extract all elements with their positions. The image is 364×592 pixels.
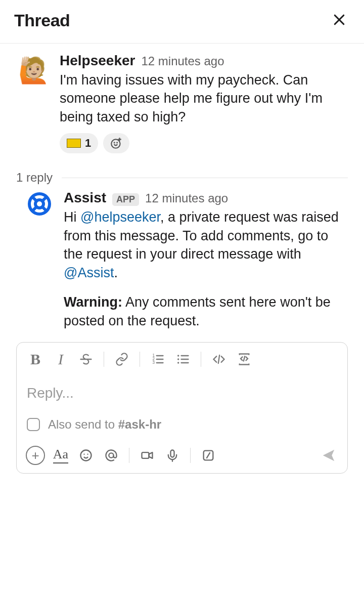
svg-line-10 [42,197,47,201]
reply-message: Assist APP 12 minutes ago Hi @helpseeker… [25,190,348,330]
svg-line-37 [207,452,210,458]
plus-icon: + [26,446,45,465]
strikethrough-icon [79,352,93,366]
also-send-row: Also send to #ask-hr [17,417,347,439]
svg-point-25 [177,362,179,364]
svg-line-12 [42,207,47,211]
audio-button[interactable] [161,444,184,467]
svg-line-11 [32,207,36,211]
reaction-pill[interactable]: 1 [60,133,98,153]
ordered-list-button[interactable]: 123 [146,348,169,371]
slash-box-icon [201,448,215,462]
codeblock-button[interactable] [233,348,256,371]
toolbar-separator [190,448,191,463]
message-text: I'm having issues with my paycheck. Can … [60,71,348,126]
code-icon [212,352,226,366]
svg-point-23 [177,355,179,357]
also-send-label: Also send to #ask-hr [48,417,161,432]
shortcuts-button[interactable] [197,444,220,467]
svg-point-30 [87,453,88,454]
send-button[interactable] [317,444,340,467]
lifering-icon [27,192,52,216]
svg-rect-34 [171,450,174,457]
emoji-icon [79,448,93,462]
ticket-emoji-icon [67,139,81,148]
svg-point-8 [35,200,43,208]
message-author[interactable]: Helpseeker [60,53,135,69]
svg-point-29 [83,453,84,454]
close-icon [332,12,347,27]
message-timestamp: 12 minutes ago [145,191,228,205]
reply-input[interactable]: Reply... [17,376,347,417]
italic-icon: I [58,351,63,368]
code-button[interactable] [207,348,231,371]
close-button[interactable] [329,9,350,32]
thread-title: Thread [14,11,70,30]
svg-point-28 [81,450,92,460]
toolbar-separator [104,352,104,367]
formatting-toggle-button[interactable]: Aa [49,444,72,467]
bold-icon: B [30,351,40,368]
mention-helpseeker[interactable]: @helpseeker [80,209,160,225]
toolbar-separator [129,448,129,463]
svg-point-3 [114,143,115,143]
bullet-list-icon [176,352,190,366]
microphone-icon [165,448,179,462]
at-icon [104,448,118,462]
composer-actions-toolbar: + Aa [17,439,347,473]
svg-point-24 [177,358,179,360]
svg-line-27 [244,356,245,361]
aa-icon: Aa [53,447,68,463]
attach-button[interactable]: + [24,444,47,467]
codeblock-icon [237,352,251,366]
helpseeker-avatar: 🙋🏼 [16,53,52,88]
svg-point-31 [109,453,113,457]
formatting-toolbar: B I 123 [17,343,347,376]
reaction-count: 1 [85,137,91,150]
svg-point-4 [117,143,117,143]
warning-label: Warning: [64,294,122,310]
svg-line-26 [218,355,219,363]
toolbar-separator [140,352,140,367]
emoji-button[interactable] [74,444,98,467]
mention-button[interactable] [100,444,123,467]
divider-line [62,178,348,178]
strikethrough-button[interactable] [74,348,98,371]
assist-avatar [25,190,54,218]
reactions-bar: 1 [60,133,348,153]
reply-count-label: 1 reply [16,171,53,185]
app-badge: APP [112,193,139,206]
original-message: 🙋🏼 Helpseeker 12 minutes ago I'm having … [0,44,364,156]
svg-rect-32 [142,452,149,458]
video-icon [140,448,154,462]
add-reaction-button[interactable] [103,133,129,153]
svg-text:3: 3 [153,360,155,365]
video-button[interactable] [135,444,159,467]
ordered-list-icon: 123 [151,352,165,366]
svg-line-9 [32,197,36,201]
thread-header: Thread [0,0,364,44]
italic-button[interactable]: I [49,348,72,371]
toolbar-separator [201,352,201,367]
svg-marker-33 [149,452,153,458]
add-reaction-icon [110,137,123,150]
reply-count-divider: 1 reply [0,156,364,187]
link-icon [115,352,129,366]
message-timestamp: 12 minutes ago [141,54,224,68]
svg-point-2 [112,140,120,148]
message-text: Hi @helpseeker, a private request was ra… [64,208,348,330]
bold-button[interactable]: B [24,348,47,371]
reply-composer: B I 123 Reply... [16,342,348,474]
mention-assist[interactable]: @Assist [64,265,114,280]
also-send-checkbox[interactable] [27,418,40,431]
bullet-list-button[interactable] [171,348,195,371]
send-icon [321,448,336,463]
message-author[interactable]: Assist [64,190,106,206]
link-button[interactable] [110,348,133,371]
